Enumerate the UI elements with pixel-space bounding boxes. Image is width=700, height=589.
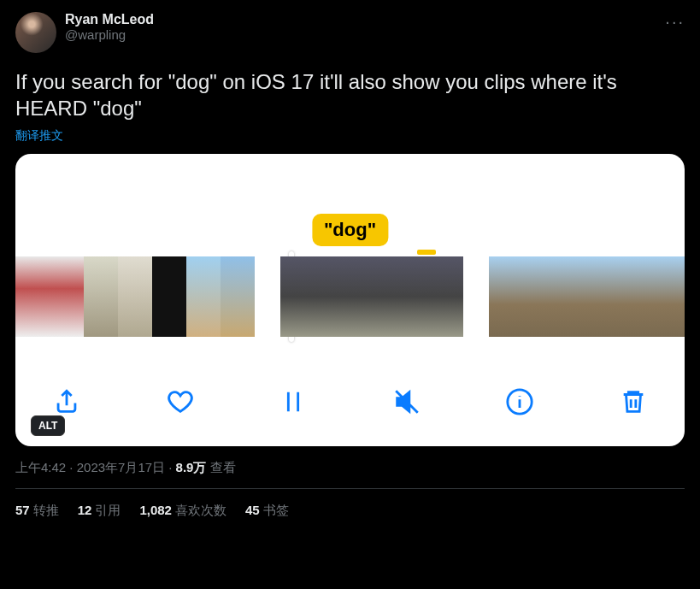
timestamp: 上午4:42 · 2023年7月17日 (15, 460, 165, 474)
clip-group-2 (280, 256, 463, 337)
timestamp-line[interactable]: 上午4:42 · 2023年7月17日 · 8.9万 查看 (15, 460, 685, 476)
clip-thumb (186, 256, 221, 337)
clip-thumb (280, 256, 326, 337)
clip-thumb (525, 256, 561, 337)
share-button[interactable] (50, 385, 84, 419)
clip-thumb (489, 256, 525, 337)
clip-thumb (597, 256, 632, 337)
translate-link[interactable]: 翻译推文 (15, 128, 685, 144)
clip-thumb (118, 256, 152, 337)
views-label: 查看 (206, 460, 235, 474)
info-button[interactable] (503, 385, 537, 419)
share-icon (52, 387, 81, 416)
alt-badge[interactable]: ALT (31, 415, 65, 436)
search-term-bubble: "dog" (312, 214, 388, 246)
clip-thumb (668, 256, 685, 337)
stats-row: 57转推 12引用 1,082喜欢次数 45书签 (15, 489, 685, 519)
bookmarks-stat[interactable]: 45书签 (245, 503, 289, 519)
clip-group-3 (489, 256, 685, 337)
likes-stat[interactable]: 1,082喜欢次数 (139, 503, 226, 519)
mute-icon (392, 387, 421, 416)
info-icon (505, 387, 534, 416)
clip-thumb (152, 256, 186, 337)
tweet-container: Ryan McLeod @warpling ··· If you search … (0, 0, 700, 531)
clip-thumb (84, 256, 118, 337)
tweet-text: If you search for "dog" on iOS 17 it'll … (15, 68, 685, 121)
media-card[interactable]: "dog" (15, 154, 685, 446)
views-count: 8.9万 (176, 460, 207, 474)
handle: @warpling (65, 27, 154, 42)
clip-thumb (561, 256, 597, 337)
pause-icon (279, 387, 308, 416)
media-toolbar (15, 385, 685, 419)
clip-thumb (373, 256, 419, 337)
video-timeline[interactable] (15, 256, 685, 337)
like-button[interactable] (163, 385, 197, 419)
clip-thumb (419, 256, 463, 337)
clip-thumb (632, 256, 668, 337)
clip-thumb (50, 256, 84, 337)
mute-button[interactable] (390, 385, 424, 419)
trash-icon (619, 387, 648, 416)
pause-button[interactable] (276, 385, 310, 419)
clip-thumb (15, 256, 50, 337)
author-names[interactable]: Ryan McLeod @warpling (65, 12, 154, 42)
quotes-stat[interactable]: 12引用 (78, 503, 121, 519)
delete-button[interactable] (616, 385, 650, 419)
clip-thumb (221, 256, 255, 337)
timeline-marker (417, 250, 436, 255)
clip-thumb (326, 256, 373, 337)
avatar[interactable] (15, 12, 56, 53)
heart-icon (166, 387, 195, 416)
retweets-stat[interactable]: 57转推 (15, 503, 59, 519)
clip-group-1 (15, 256, 255, 337)
tweet-header: Ryan McLeod @warpling ··· (15, 12, 685, 53)
more-button[interactable]: ··· (665, 12, 685, 32)
display-name: Ryan McLeod (65, 12, 154, 27)
